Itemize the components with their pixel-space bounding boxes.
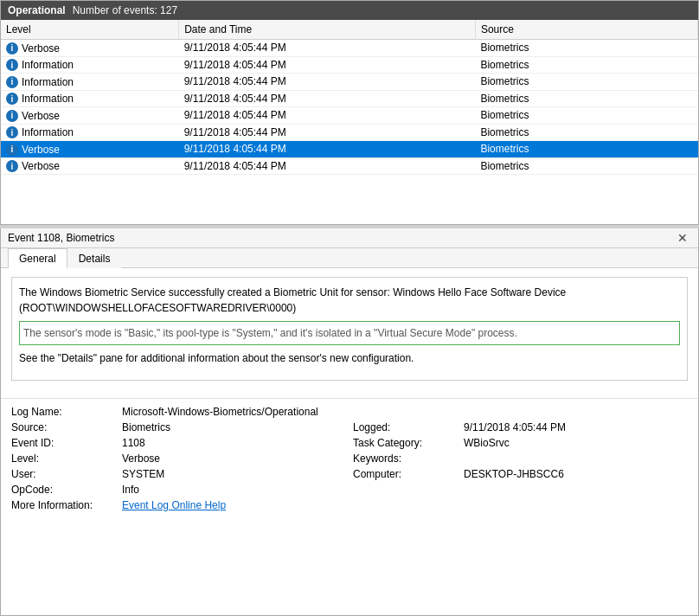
cell-level: i Verbose [1,40,179,57]
cell-level: i Information [1,124,179,141]
cell-level: i Information [1,74,179,91]
description-line2: See the "Details" pane for additional in… [19,350,680,366]
event-table: Level Date and Time Source i Verbose 9/1… [1,20,698,175]
cell-source: Biometrics [475,74,697,91]
event-count-label: Number of events: 127 [73,4,177,16]
keywords-value [464,452,688,465]
computer-label: Computer: [353,468,457,480]
source-label: Source: [11,421,115,433]
level-icon: i [6,144,18,156]
level-icon: i [6,42,18,55]
opcode-label: OpCode: [11,484,115,496]
cell-datetime: 9/11/2018 4:05:44 PM [179,40,476,57]
event-log-header: Operational Number of events: 127 [1,1,698,20]
log-name-value: Microsoft-Windows-Biometrics/Operational [122,406,688,418]
cell-source: Biometrics [475,90,697,107]
level-text: Verbose [22,144,60,156]
event-log-panel: Operational Number of events: 127 Level … [0,0,699,225]
logged-value: 9/11/2018 4:05:44 PM [464,421,688,433]
detail-title: Event 1108, Biometrics [8,232,114,244]
cell-level: i Verbose [1,141,179,158]
table-row[interactable]: i Verbose 9/11/2018 4:05:44 PM Biometric… [1,40,698,57]
logged-label: Logged: [353,421,457,433]
table-row[interactable]: i Information 9/11/2018 4:05:44 PM Biome… [1,124,698,141]
level-icon: i [6,160,18,172]
close-button[interactable]: ✕ [674,232,691,244]
user-value: SYSTEM [122,468,346,480]
keywords-label: Keywords: [353,452,457,465]
event-table-scroll[interactable]: Level Date and Time Source i Verbose 9/1… [1,20,698,209]
table-row[interactable]: i Verbose 9/11/2018 4:05:44 PM Biometric… [1,141,698,158]
level-text: Verbose [22,110,60,122]
cell-datetime: 9/11/2018 4:05:44 PM [179,56,476,74]
level-icon: i [6,93,18,105]
cell-source: Biometrics [475,56,697,74]
tabs-container: General Details [1,248,698,268]
tab-general[interactable]: General [8,248,67,268]
col-header-source[interactable]: Source [475,20,697,40]
more-info-label: More Information: [11,499,115,511]
cell-level: i Verbose [1,157,179,175]
table-row[interactable]: i Verbose 9/11/2018 4:05:44 PM Biometric… [1,107,698,125]
user-label: User: [11,468,115,480]
table-row[interactable]: i Information 9/11/2018 4:05:44 PM Biome… [1,56,698,74]
col-header-level[interactable]: Level [1,20,179,40]
computer-value: DESKTOP-JHBSCC6 [464,468,688,480]
col-header-datetime[interactable]: Date and Time [179,20,476,40]
level-icon: i [6,76,18,88]
level-icon: i [6,126,18,138]
cell-source: Biometrics [475,157,697,175]
level-value: Verbose [122,452,346,465]
level-text: Verbose [22,160,60,172]
log-name-label: Log Name: [11,406,115,418]
table-row[interactable]: i Verbose 9/11/2018 4:05:44 PM Biometric… [1,157,698,175]
cell-level: i Information [1,56,179,74]
cell-datetime: 9/11/2018 4:05:44 PM [179,157,476,175]
tab-details[interactable]: Details [67,248,122,268]
task-category-value: WBioSrvc [464,437,688,449]
tab-content-general: The Windows Biometric Service successful… [1,268,698,398]
task-category-label: Task Category: [353,437,457,449]
cell-source: Biometrics [475,124,697,141]
event-meta: Log Name: Microsoft-Windows-Biometrics/O… [1,398,698,520]
event-id-label: Event ID: [11,437,115,449]
level-icon: i [6,110,18,122]
table-row[interactable]: i Information 9/11/2018 4:05:44 PM Biome… [1,90,698,107]
level-text: Verbose [22,42,60,55]
operational-label: Operational [8,4,66,16]
cell-datetime: 9/11/2018 4:05:44 PM [179,107,476,125]
cell-datetime: 9/11/2018 4:05:44 PM [179,124,476,141]
cell-datetime: 9/11/2018 4:05:44 PM [179,141,476,158]
main-wrapper: Operational Number of events: 127 Level … [0,0,699,616]
more-info-link[interactable]: Event Log Online Help [122,499,226,511]
level-text: Information [22,126,74,138]
cell-source: Biometrics [475,141,697,158]
opcode-value: Info [122,484,346,496]
cell-datetime: 9/11/2018 4:05:44 PM [179,74,476,91]
level-label: Level: [11,452,115,465]
description-line1: The Windows Biometric Service successful… [19,285,680,316]
cell-level: i Information [1,90,179,107]
event-description-box: The Windows Biometric Service successful… [11,277,688,381]
event-id-value: 1108 [122,437,346,449]
level-text: Information [22,59,74,71]
cell-level: i Verbose [1,107,179,125]
detail-panel: Event 1108, Biometrics ✕ General Details… [0,228,699,616]
level-icon: i [6,59,18,71]
description-highlight: The sensor's mode is "Basic," its pool-t… [19,321,680,345]
detail-header: Event 1108, Biometrics ✕ [1,228,698,248]
level-text: Information [22,76,74,88]
level-text: Information [22,93,74,105]
cell-source: Biometrics [475,107,697,125]
cell-source: Biometrics [475,40,697,57]
table-row[interactable]: i Information 9/11/2018 4:05:44 PM Biome… [1,74,698,91]
source-value: Biometrics [122,421,346,433]
cell-datetime: 9/11/2018 4:05:44 PM [179,90,476,107]
